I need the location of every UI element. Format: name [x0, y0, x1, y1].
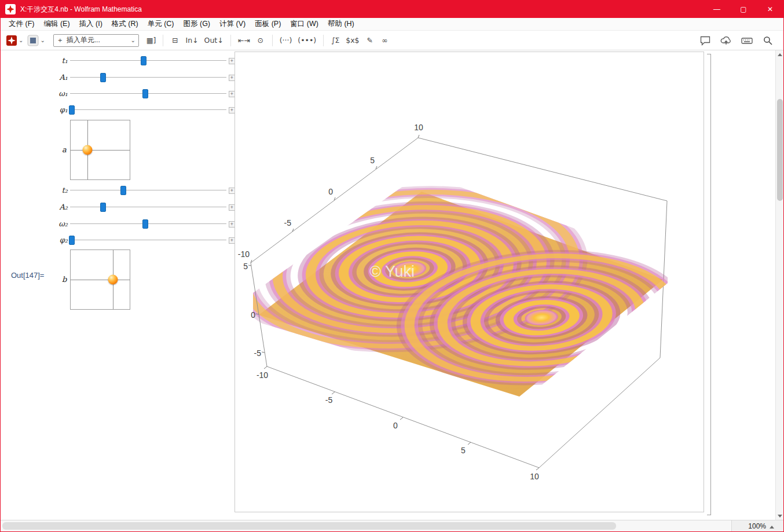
slider-label-A1: A₁	[57, 73, 68, 82]
locator-ball[interactable]	[108, 275, 118, 285]
toolbar-separator	[272, 35, 273, 46]
slider-thumb[interactable]	[100, 73, 106, 82]
menu-format[interactable]: 格式 (R)	[107, 18, 143, 30]
vertical-scrollbar-thumb[interactable]	[777, 99, 783, 201]
slider-row-phi2: φ₂ +	[57, 235, 238, 245]
cloud-publish-icon[interactable]	[719, 34, 734, 47]
insert-cell-combobox[interactable]: ＋ 插入单元... ⌄	[53, 34, 139, 47]
slider-label-t2: t₂	[57, 186, 68, 195]
statusbar: 100%	[1, 520, 783, 531]
cell-style-button[interactable]	[27, 34, 39, 47]
axis-label: 10	[414, 123, 423, 132]
slider-track[interactable]	[70, 202, 226, 212]
scroll-up-icon[interactable]	[776, 50, 784, 58]
slider-thumb[interactable]	[141, 56, 146, 65]
slider-row-A2: A₂ +	[57, 202, 238, 212]
slider-track[interactable]	[70, 72, 226, 83]
slider-thumb[interactable]	[69, 105, 75, 115]
mathematica-spikey-icon	[5, 4, 16, 14]
slider-label-phi2: φ₂	[57, 236, 68, 244]
locator-pad-a[interactable]	[70, 120, 130, 180]
notebook-area[interactable]: Out[147]= t₁ + A₁ + ω₁ + φ₁ + a	[1, 50, 775, 520]
cell-bracket[interactable]	[708, 54, 711, 515]
watermark: © Yuki	[369, 263, 415, 280]
slider-track[interactable]	[70, 56, 226, 66]
display-cell-button[interactable]: (•••)	[295, 34, 319, 47]
chevron-down-icon[interactable]: ⌄	[19, 37, 23, 43]
cell-group-button[interactable]: ⊟	[167, 34, 182, 47]
inline-math-button[interactable]: $x$	[343, 34, 362, 47]
slider-row-t2: t₂ +	[57, 185, 238, 196]
locator-pad-b[interactable]	[70, 250, 130, 310]
slider-label-t1: t₁	[57, 56, 68, 65]
locator-ball[interactable]	[82, 145, 92, 155]
zoom-control[interactable]: 100%	[731, 520, 783, 531]
slider-label-phi1: φ₁	[57, 105, 68, 114]
slider-thumb[interactable]	[69, 236, 75, 245]
titlebar[interactable]: X:干涉交互4.nb - Wolfram Mathematica — ▢ ✕	[1, 1, 783, 18]
window-title: X:干涉交互4.nb - Wolfram Mathematica	[20, 5, 142, 14]
menu-graphics[interactable]: 图形 (G)	[179, 18, 215, 30]
window-controls: — ▢ ✕	[704, 1, 783, 18]
math-template-button[interactable]: ∫Σ	[328, 34, 343, 47]
slider-row-w2: ω₂ +	[57, 219, 238, 229]
locator-crosshair-h	[71, 280, 130, 280]
slider-thumb[interactable]	[142, 219, 148, 229]
slider-track[interactable]	[70, 219, 226, 229]
zoom-level[interactable]: 100%	[748, 522, 766, 530]
toolbar: ⌄ ⌄ ＋ 插入单元... ⌄ ▦] ⊟ In↓ Out↓ ⇤⇥ ⊙ (···)…	[1, 31, 783, 50]
chevron-down-icon: ⌄	[130, 37, 135, 43]
menu-edit[interactable]: 编辑 (E)	[39, 18, 74, 30]
menu-help[interactable]: 帮助 (H)	[323, 18, 359, 30]
menubar: 文件 (F) 编辑 (E) 插入 (I) 格式 (R) 单元 (C) 图形 (G…	[1, 18, 783, 31]
minimize-button[interactable]: —	[704, 1, 730, 18]
slider-thumb[interactable]	[142, 89, 148, 98]
cell-margins-button[interactable]: ⇤⇥	[235, 34, 253, 47]
axis-label: -10	[257, 370, 268, 380]
slider-label-w2: ω₂	[57, 219, 68, 228]
menu-insert[interactable]: 插入 (I)	[75, 18, 107, 30]
toolbar-separator	[163, 35, 163, 46]
slider-label-A2: A₂	[57, 203, 68, 211]
close-button[interactable]: ✕	[757, 1, 783, 18]
chat-notebook-icon[interactable]	[698, 34, 713, 47]
slider-thumb[interactable]	[120, 186, 126, 195]
maximize-button[interactable]: ▢	[730, 1, 757, 18]
menu-window[interactable]: 窗口 (W)	[285, 18, 323, 30]
menu-evaluation[interactable]: 计算 (V)	[215, 18, 250, 30]
cell-opener-button[interactable]: ⊙	[253, 34, 268, 47]
chevron-down-icon[interactable]: ⌄	[40, 37, 45, 43]
keyboard-input-icon[interactable]	[739, 34, 754, 47]
3d-surface-plot[interactable]: 10 5 0 -5 -10 -10 -5 0 5 10 5 0 -5 © Yuk…	[235, 52, 705, 513]
mathematica-window: X:干涉交互4.nb - Wolfram Mathematica — ▢ ✕ 文…	[0, 0, 784, 532]
notebook-style-button[interactable]	[5, 34, 18, 47]
slider-label-w1: ω₁	[57, 89, 68, 98]
slider-track[interactable]	[70, 185, 226, 196]
axis-label: 5	[370, 156, 375, 165]
show-expression-button[interactable]: ▦]	[144, 34, 159, 47]
slider-track[interactable]	[70, 89, 226, 99]
axis-label: -10	[238, 250, 250, 259]
toolbar-separator	[323, 35, 324, 46]
horizontal-scrollbar-thumb[interactable]	[2, 522, 616, 530]
slider-thumb[interactable]	[100, 203, 106, 212]
inline-cell-button[interactable]: (···)	[277, 34, 295, 47]
hyperlink-button[interactable]: ∞	[378, 34, 393, 47]
slider-track[interactable]	[70, 235, 226, 245]
search-icon[interactable]	[760, 34, 775, 47]
slider-track[interactable]	[70, 105, 226, 115]
vertical-scrollbar[interactable]	[775, 50, 783, 520]
zoom-menu-arrow-icon[interactable]	[770, 522, 774, 530]
convert-to-output-button[interactable]: Out↓	[202, 34, 226, 47]
horizontal-scrollbar[interactable]	[1, 520, 731, 531]
scroll-down-icon[interactable]	[776, 512, 784, 520]
menu-palettes[interactable]: 面板 (P)	[250, 18, 285, 30]
menu-cell[interactable]: 单元 (C)	[143, 18, 179, 30]
slider-row-A1: A₁ +	[57, 72, 238, 83]
locator-label-a: a	[62, 145, 67, 154]
locator-label-b: b	[62, 275, 67, 284]
convert-to-input-button[interactable]: In↓	[182, 34, 201, 47]
drawing-tools-button[interactable]: ✎	[362, 34, 378, 47]
menu-file[interactable]: 文件 (F)	[4, 18, 39, 30]
insert-cell-label: 插入单元...	[67, 35, 100, 45]
